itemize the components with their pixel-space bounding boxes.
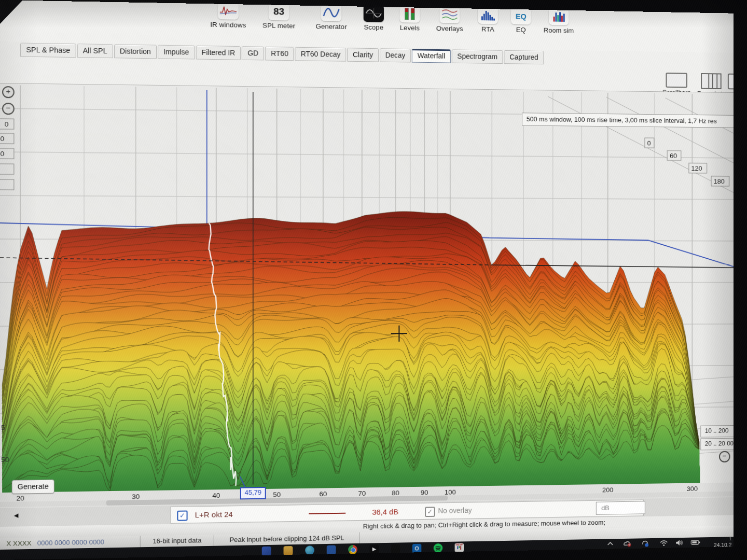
briefcase-icon[interactable]: [327, 545, 336, 555]
rew-application-window: IR windows83SPL meterGeneratorScopeLevel…: [0, 0, 734, 560]
eq-icon: EQ: [511, 7, 531, 25]
trace-label: L+R okt 24: [195, 510, 233, 519]
edge-icon[interactable]: [305, 545, 314, 555]
svg-text:0: 0: [5, 120, 9, 128]
spl-meter-icon: 83: [269, 3, 289, 20]
clock-date-text: 24.10.2: [712, 542, 731, 548]
toolbar-item-label: EQ: [507, 26, 535, 34]
freq-axis-icon: [701, 73, 721, 89]
tab-clarity[interactable]: Clarity: [347, 48, 379, 62]
tab-filtered-ir[interactable]: Filtered IR: [196, 46, 241, 60]
toolbar-item-label: Levels: [394, 24, 426, 32]
freq-range-button-20-20000[interactable]: 20 .. 20 00: [700, 438, 734, 450]
svg-text:80: 80: [0, 150, 5, 158]
toolbar-item-label: SPL meter: [256, 21, 302, 30]
freq-tick-label: 90: [421, 488, 428, 496]
scope-icon: [364, 5, 384, 22]
toolbar-item-generator[interactable]: Generator: [309, 4, 353, 31]
trace-checkbox[interactable]: ✓: [177, 511, 187, 521]
toolbar-item-label: Generator: [309, 22, 353, 31]
no-overlay-checkbox[interactable]: ✓: [425, 507, 435, 517]
wifi-icon[interactable]: [659, 539, 668, 548]
toolbar-item-rta[interactable]: RTA: [473, 7, 503, 33]
toolbar-item-label: RTA: [473, 25, 503, 34]
tab-rt60[interactable]: RT60: [265, 47, 294, 61]
tab-impulse[interactable]: Impulse: [158, 45, 195, 60]
player-icon[interactable]: ▶: [369, 544, 379, 554]
room-sim-icon: [549, 8, 569, 25]
no-overlay-label: No overlay: [438, 506, 472, 515]
toolbar-item-room-sim[interactable]: Room sim: [537, 8, 580, 35]
freq-tick-label: 50: [273, 491, 281, 498]
app-icon-blue[interactable]: [262, 547, 271, 556]
freq-tick-label: 70: [358, 489, 366, 497]
bezel-corner: [0, 0, 23, 24]
tab-decay[interactable]: Decay: [380, 48, 411, 62]
tab-all-spl[interactable]: All SPL: [77, 44, 113, 58]
toolbar-item-label: Room sim: [537, 26, 580, 35]
battery-icon[interactable]: [691, 538, 701, 548]
onedrive-cloud-icon[interactable]: [623, 540, 632, 550]
freq-tick-label: 30: [132, 493, 140, 500]
waterfall-plot-area[interactable]: 06012018002080240300550: [0, 83, 734, 493]
sync-icon[interactable]: [641, 539, 649, 549]
overlays-icon: [439, 6, 460, 24]
zoom-out-icon[interactable]: −: [2, 103, 15, 115]
ir-windows-icon: [218, 2, 239, 20]
freq-tick-label: 60: [319, 490, 327, 498]
scrollbars-icon: [666, 73, 687, 88]
toolbar-item-spl-meter[interactable]: 83SPL meter: [256, 3, 302, 30]
spotify-icon[interactable]: [434, 543, 443, 553]
speaker-icon[interactable]: [675, 539, 684, 548]
toolbar-item-scope[interactable]: Scope: [357, 5, 390, 32]
tab-distortion[interactable]: Distortion: [114, 44, 157, 59]
freq-tick-label: 20: [16, 494, 24, 502]
black-app-icon[interactable]: [391, 544, 400, 553]
cursor-level-readout: 36,4 dB: [372, 507, 398, 516]
left-arrow-icon: ←: [728, 74, 734, 90]
freq-tick-label: 80: [392, 489, 399, 497]
toolbar-item-label: IR windows: [205, 21, 252, 29]
zoom-in-icon[interactable]: +: [2, 86, 15, 98]
toolbar-item-label: Overlays: [430, 24, 470, 33]
tray-chevron-icon[interactable]: [606, 540, 614, 550]
svg-text:20: 20: [0, 135, 5, 143]
toolbar-item-ir-windows[interactable]: IR windows: [205, 2, 252, 29]
waterfall-chart[interactable]: 06012018002080240300550: [0, 83, 734, 493]
unit-selector[interactable]: dB: [596, 501, 645, 514]
photo-of-monitor: IR windows83SPL meterGeneratorScopeLevel…: [0, 0, 747, 560]
toolbar-item-overlays[interactable]: Overlays: [430, 6, 470, 33]
rew-icon[interactable]: REW: [455, 543, 464, 552]
clock-time-partial: 1: [712, 537, 731, 542]
freq-tick-label: 40: [212, 492, 220, 499]
rta-icon: [478, 7, 498, 24]
input-format-status: 16-bit input data: [141, 535, 214, 547]
toolbar-item-levels[interactable]: Levels: [394, 5, 426, 32]
svg-text:180: 180: [714, 178, 725, 185]
tab-rt60-decay[interactable]: RT60 Decay: [295, 47, 346, 62]
svg-text:5: 5: [1, 424, 5, 431]
chrome-icon[interactable]: [348, 545, 357, 554]
clock-date[interactable]: 1 24.10.2: [712, 537, 731, 548]
scroll-left-arrow-icon[interactable]: ◀: [14, 512, 19, 519]
freq-range-button-10-200[interactable]: 10 .. 200: [700, 425, 734, 438]
folder-icon[interactable]: [284, 546, 293, 555]
svg-text:0: 0: [647, 139, 651, 147]
trace-line-sample: [309, 513, 345, 514]
tab-gd[interactable]: GD: [242, 46, 264, 60]
svg-text:50: 50: [1, 456, 9, 464]
generate-button[interactable]: Generate: [12, 480, 54, 494]
outlook-icon[interactable]: O: [412, 544, 422, 553]
toolbar-item-label: Scope: [357, 23, 390, 32]
toolbar-item-eq[interactable]: EQEQ: [507, 7, 535, 34]
generator-icon: [321, 4, 341, 21]
cursor-frequency-readout: 45,79: [240, 487, 266, 499]
svg-text:60: 60: [670, 152, 677, 159]
tab-waterfall[interactable]: Waterfall: [412, 49, 451, 63]
levels-icon: [399, 5, 420, 23]
tab-captured[interactable]: Captured: [504, 50, 544, 64]
svg-text:120: 120: [691, 165, 702, 172]
tab-spl-phase[interactable]: SPL & Phase: [20, 43, 76, 58]
waterfall-settings-readout: 500 ms window, 100 ms rise time, 3,00 ms…: [522, 113, 734, 128]
tab-spectrogram[interactable]: Spectrogram: [452, 49, 503, 64]
